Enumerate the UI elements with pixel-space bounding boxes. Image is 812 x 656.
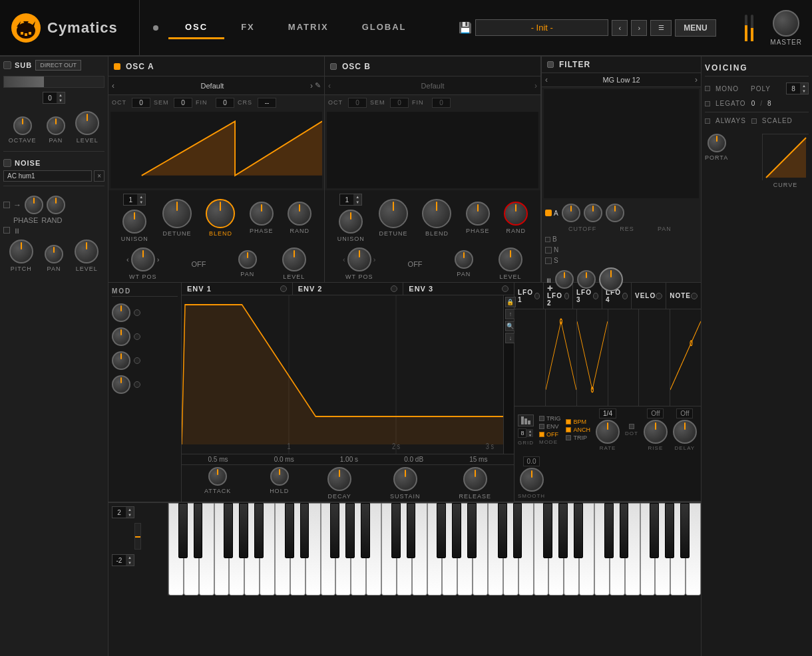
osc-b-level-knob-2[interactable] — [499, 247, 522, 271]
osc-b-sem-val[interactable]: 0 — [390, 98, 409, 108]
legato-checkbox[interactable] — [705, 101, 710, 106]
osc-b-blend-knob[interactable] — [422, 199, 451, 228]
pitch2-up-button[interactable]: ▲ — [126, 555, 134, 560]
osc-a-sem-val[interactable]: 0 — [174, 98, 192, 108]
osc-a-fin-val[interactable]: 0 — [216, 98, 234, 108]
osc-a-unison-spinner[interactable]: 1 ▲ ▼ — [123, 194, 146, 206]
filter-led[interactable] — [547, 61, 554, 68]
pitch1-up-button[interactable]: ▲ — [126, 507, 134, 512]
black-key[interactable] — [285, 503, 294, 558]
lfo-env-cb[interactable] — [539, 424, 544, 429]
osc-b-fin-val[interactable]: 0 — [432, 98, 451, 108]
filter-b-led[interactable] — [545, 237, 550, 242]
osc-b-pan-knob-2[interactable] — [455, 250, 473, 269]
direct-out-button[interactable]: DIRECT OUT — [35, 60, 81, 71]
osc-a-oct-val[interactable]: 0 — [132, 98, 150, 108]
osc-b-wt-prev[interactable]: ‹ — [343, 255, 345, 263]
osc-b-unison-spinner[interactable]: 1 ▲ ▼ — [339, 194, 362, 206]
black-key[interactable] — [680, 503, 690, 558]
osc-a-crs-val[interactable]: -- — [258, 98, 276, 108]
pan-knob[interactable] — [45, 245, 63, 263]
osc-a-unison-down[interactable]: ▼ — [137, 200, 145, 205]
scaled-checkbox[interactable] — [751, 118, 757, 124]
osc-b-unison-up[interactable]: ▲ — [353, 194, 361, 200]
osc-b-unison-down[interactable]: ▼ — [353, 200, 361, 205]
black-key[interactable] — [330, 503, 339, 558]
tab-fx[interactable]: FX — [224, 17, 272, 39]
master-knob[interactable] — [773, 10, 799, 37]
preset-name-display[interactable]: - Init - — [475, 19, 608, 36]
black-key[interactable] — [452, 503, 461, 558]
osc-a-pan-knob-2[interactable] — [238, 250, 257, 269]
osc-a-next-button[interactable]: › — [310, 81, 313, 90]
grid-down-button[interactable]: ▼ — [526, 433, 533, 437]
lfo-rate-knob[interactable] — [596, 420, 620, 444]
osc-b-wt-next[interactable]: › — [373, 255, 376, 263]
osc-b-led[interactable] — [330, 63, 337, 70]
env-release-knob[interactable] — [463, 467, 487, 491]
preset-next-button[interactable]: › — [631, 20, 647, 36]
black-key[interactable] — [665, 503, 674, 558]
black-key[interactable] — [194, 503, 203, 558]
black-key[interactable] — [224, 503, 233, 558]
env-attack-knob[interactable] — [208, 467, 227, 486]
save-icon[interactable]: 💾 — [459, 21, 472, 34]
lfo-rise-knob[interactable] — [644, 420, 668, 444]
filter-a-led[interactable] — [545, 210, 552, 216]
osc-a-level-knob-2[interactable] — [282, 247, 306, 271]
black-key[interactable] — [513, 503, 522, 558]
black-key[interactable] — [467, 503, 477, 558]
lfo-anch-cb[interactable] — [566, 427, 571, 432]
lfo-icon-button[interactable] — [518, 414, 534, 426]
osc-b-oct-val[interactable]: 0 — [348, 98, 367, 108]
octave-up-button[interactable]: ▲ — [57, 92, 65, 98]
porta-knob[interactable] — [708, 134, 726, 152]
mono-checkbox[interactable] — [705, 86, 710, 91]
black-key[interactable] — [620, 503, 629, 558]
lfo-delay-knob[interactable] — [673, 420, 697, 444]
black-key[interactable] — [498, 503, 507, 558]
osc-a-blend-knob[interactable] — [206, 199, 235, 228]
osc-a-wt-next[interactable]: › — [157, 255, 160, 263]
mod-knob-d[interactable] — [112, 375, 130, 394]
tab-matrix[interactable]: MATRIX — [272, 17, 345, 39]
filter-n-cb[interactable] — [545, 247, 552, 253]
pitch2-down-button[interactable]: ▼ — [126, 560, 134, 566]
pitch-knob[interactable] — [9, 240, 33, 263]
level-knob[interactable] — [75, 240, 99, 263]
env-hold-knob[interactable] — [270, 467, 289, 486]
env-decay-knob[interactable] — [327, 467, 351, 491]
black-key[interactable] — [574, 503, 583, 558]
octave-spinner[interactable]: 0 ▲ ▼ — [43, 92, 65, 104]
pitch1-down-button[interactable]: ▼ — [126, 512, 134, 518]
lfo-smooth-knob[interactable] — [520, 468, 544, 492]
osc-a-edit-button[interactable]: ✎ — [315, 81, 321, 90]
pitch-down-spinner[interactable]: -2 ▲ ▼ — [112, 554, 134, 566]
octave-down-button[interactable]: ▼ — [57, 98, 65, 103]
black-key[interactable] — [345, 503, 355, 558]
noise-type-display[interactable]: AC hum1 — [3, 170, 92, 182]
mod-knob-2[interactable] — [47, 196, 65, 214]
black-key[interactable] — [300, 503, 309, 558]
pitch-slider[interactable] — [134, 523, 141, 550]
osc-b-preset-name[interactable]: Default — [331, 82, 534, 90]
osc-a-phase-knob[interactable] — [250, 202, 274, 226]
lfo-off-cb[interactable] — [539, 432, 544, 437]
sub-led[interactable] — [3, 61, 11, 69]
mod-knob-c[interactable] — [112, 351, 130, 370]
env-lock-button[interactable]: 🔒 — [505, 297, 516, 307]
sub-pan-knob[interactable] — [47, 116, 65, 135]
pitch-up-spinner[interactable]: 2 ▲ ▼ — [112, 506, 134, 518]
lfo-rate-fraction[interactable]: 1/4 — [599, 409, 616, 418]
black-key[interactable] — [391, 503, 401, 558]
osc-a-detune-knob[interactable] — [162, 199, 192, 228]
tab-osc[interactable]: OSC — [168, 17, 224, 39]
filter-cutoff-knob[interactable] — [562, 204, 580, 222]
sub-level-knob[interactable] — [75, 111, 99, 135]
osc-b-wt-knob[interactable] — [347, 247, 371, 271]
lfo-dot-cb[interactable] — [629, 424, 634, 429]
filter-next-button[interactable]: › — [695, 75, 698, 84]
osc-a-wt-prev[interactable]: ‹ — [126, 255, 129, 263]
env-sustain-knob[interactable] — [393, 467, 417, 491]
osc-b-next-button[interactable]: › — [534, 81, 537, 90]
